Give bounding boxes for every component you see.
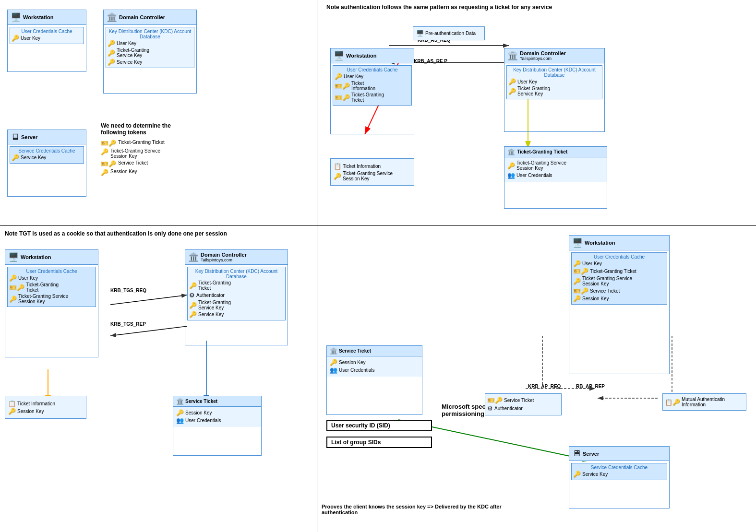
- bl-ticketinfo-box: 📋 Ticket Information Session Key: [5, 396, 86, 419]
- token-tgt: 🎫🔑 Ticket-Granting Ticket: [101, 140, 192, 147]
- horizontal-divider: [0, 225, 756, 226]
- br-req-st-item: 🎫🔑 Service Ticket: [487, 397, 559, 404]
- br-req-st-box: 🎫🔑 Service Ticket ⚙ Authenticator: [485, 393, 562, 415]
- br-st-sk: Session Key: [330, 359, 419, 366]
- key-icon-7: [508, 79, 516, 85]
- dc-tr-icon: 🏛️: [507, 50, 518, 61]
- pre-auth-box: 🖥️ Pre-authentication Data: [413, 26, 485, 40]
- workstation-tl-container: 🖥️ Workstation User Credentials Cache Us…: [7, 10, 86, 72]
- dc-bl-tgssk-req: Ticket-GrantingTicket: [189, 280, 284, 291]
- key-icon-16: [8, 408, 16, 414]
- dc-bl-label: Domain Controller: [201, 252, 247, 258]
- bottom-left-note: Note TGT is used as a cookie so that aut…: [5, 230, 317, 237]
- dc-tr-tgskey: Ticket-GrantingService Key: [508, 86, 600, 96]
- br-ws-st: 🎫🔑 Service Ticket: [573, 287, 665, 295]
- tr-ws-tgt: 🎫🔑 Ticket-GrantingTicket: [335, 92, 410, 103]
- token-st: 🎫🔑 Service Ticket: [101, 160, 192, 167]
- key-icon-17: [176, 410, 184, 416]
- key-icon-19: [573, 278, 581, 284]
- br-ws-tgt: 🎫🔑 Ticket-Granting Ticket: [573, 268, 665, 275]
- server-br-icon: 🖥: [572, 449, 581, 459]
- group-sid-box: List of group SIDs: [326, 437, 432, 448]
- vertical-divider: [317, 0, 317, 532]
- dc-tl-servicekey: Service Key: [108, 59, 192, 65]
- tr-bb-ticketinfo: 📋 Ticket Information: [334, 163, 411, 170]
- workstation-bl-container: 🖥️ Workstation User Credentials Cache Us…: [5, 249, 98, 357]
- server-br-label: Server: [583, 451, 599, 457]
- krb-as-rep-label: KRB_AS_RE P: [414, 59, 447, 64]
- dc-tr-sub2: Key Distribution Center (KDC) Account Da…: [508, 67, 600, 78]
- krb-ap-req-label: KRB_AP_REQ: [528, 384, 561, 389]
- workstation-tl-userkey: User Key: [12, 35, 82, 41]
- dc-bl-sub2: Key Distribution Center (KDC) Account Da…: [189, 269, 284, 279]
- workstation-br-label: Workstation: [585, 240, 615, 246]
- br-st-label: Service Ticket: [339, 348, 371, 354]
- key-icon-13: [189, 283, 197, 289]
- server-tl-label: Server: [21, 134, 37, 140]
- key-icon-1: [12, 35, 19, 41]
- tr-ws-ticketinfo: 🎫🔑 TicketInformation: [335, 81, 410, 91]
- workstation-tr-container: 🖥️ Workstation User Credentials Cache Us…: [330, 48, 414, 134]
- bl-service-ticket-box: 🏛️ Service Ticket Session Key 👥 User Cre…: [173, 396, 262, 456]
- req-st-icon: 🎫🔑: [487, 397, 503, 404]
- tgt-tr-container: 🏛️ Ticket-Granting Ticket Ticket-Grantin…: [504, 146, 607, 209]
- workstation-tr-icon: 🖥️: [334, 50, 344, 61]
- br-srv-sk: Service Key: [573, 471, 665, 477]
- dc-tr-sub: Tailspintoys.com: [520, 56, 566, 61]
- key-icon-21: [573, 471, 581, 477]
- st-br-icon: 🎫🔑: [573, 287, 588, 295]
- bl-ti-label: Ticket Information: [17, 401, 55, 406]
- key-icon-12: [9, 296, 17, 302]
- dc-bl-icon: 🏛️: [188, 252, 199, 262]
- server-tl-icon: 🖥: [11, 132, 19, 142]
- tr-bb-tgssk: Ticket-Granting ServiceSession Key: [334, 171, 411, 181]
- tgssk-icon: 🔑: [101, 148, 108, 155]
- bl-ti-sk: Session Key: [8, 408, 83, 414]
- key-icon-22: [330, 359, 337, 366]
- key-icon-2: [108, 40, 115, 47]
- mutual-icon: 📋🔑: [665, 399, 680, 406]
- dc-tr-userkey: User Key: [508, 79, 600, 85]
- workstation-tr-cache: User Credentials Cache: [335, 67, 410, 72]
- dc-tl-icon: 🏛️: [107, 12, 117, 23]
- dc-bl-servicekey: Service Key: [189, 311, 284, 318]
- br-mutual-auth-box: 📋🔑 Mutual AuthenticatinInformation: [662, 393, 746, 411]
- tgt-br-icon: 🎫🔑: [573, 268, 588, 275]
- workstation-bl-cache: User Credentials Cache: [9, 269, 94, 274]
- bl-ws-tgt: 🎫🔑 Ticket-GrantingTicket: [9, 282, 94, 293]
- dc-tl-tgskey: Ticket-GrantingService Key: [108, 47, 192, 58]
- ticketinfo-icon: 🎫🔑: [335, 83, 350, 90]
- st-icon: 🎫🔑: [101, 160, 116, 167]
- sid-box: User security ID (SID): [326, 420, 432, 431]
- tgt-ws-icon: 🎫🔑: [335, 94, 350, 101]
- tgt-tr-icon2: 🏛️: [507, 148, 515, 155]
- key-icon-8: [508, 88, 516, 95]
- ti-bl-icon: 📋: [8, 400, 16, 407]
- key-icon-20: [573, 296, 581, 302]
- dc-tl-container: 🏛️ Domain Controller Key Distribution Ce…: [103, 10, 197, 94]
- workstation-tl-label: Workstation: [23, 14, 53, 20]
- token-tgssk: 🔑 Ticket-Granting ServiceSession Key: [101, 148, 192, 159]
- key-icon-9: [507, 163, 515, 169]
- key-icon-11: [9, 275, 17, 281]
- dc-tr-label: Domain Controller: [520, 50, 566, 56]
- req-auth-icon: ⚙: [487, 405, 493, 412]
- server-tl-container: 🖥 Server Service Credentials Cache Servi…: [7, 130, 86, 197]
- bl-ti-item: 📋 Ticket Information: [8, 400, 83, 407]
- tgt-tr-usercreds: 👥 User Credentials: [507, 172, 604, 179]
- bl-st-sk: Session Key: [176, 410, 258, 416]
- workstation-bl-icon: 🖥️: [8, 252, 19, 262]
- bl-st-label: Service Ticket: [185, 399, 217, 404]
- key-icon-15: [189, 311, 197, 318]
- workstation-br-cache: User Credentials Cache: [573, 254, 665, 260]
- key-icon-6: [335, 73, 342, 80]
- dc-tr-container: 🏛️ Domain Controller Tailspintoys.com Ke…: [504, 48, 605, 132]
- key-icon-14: [189, 302, 197, 308]
- workstation-tr-label: Workstation: [346, 53, 376, 59]
- sid-label: User security ID (SID): [331, 422, 390, 429]
- dc-bl-container: 🏛️ Domain Controller Tailspintoys.com Ke…: [185, 249, 288, 345]
- bl-st-usercreds: 👥 User Credentials: [176, 417, 258, 424]
- group-sid-label: List of group SIDs: [331, 439, 381, 446]
- dc-tl-sub: Key Distribution Center (KDC) Account Da…: [108, 29, 192, 39]
- workstation-tl-icon: 🖥️: [11, 12, 21, 23]
